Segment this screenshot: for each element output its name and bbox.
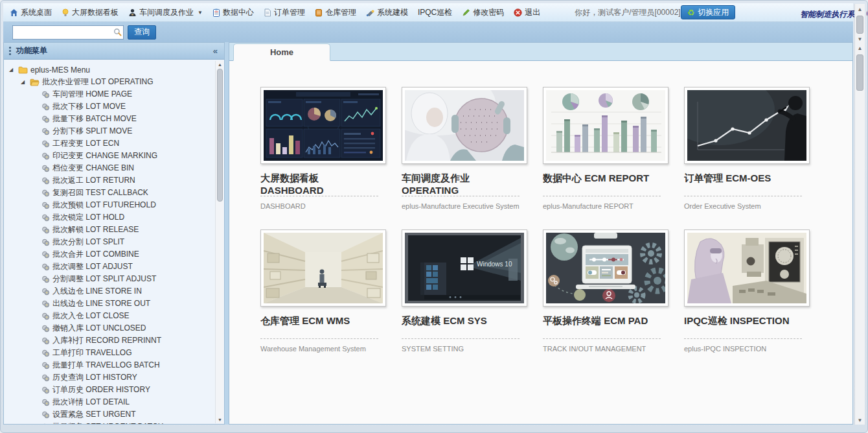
menu-logout[interactable]: 退出 bbox=[514, 7, 540, 18]
home-icon bbox=[10, 8, 18, 17]
scroll-down-icon[interactable]: ▼ bbox=[855, 36, 865, 42]
menu-change-password[interactable]: 修改密码 bbox=[462, 7, 504, 18]
tree-root-label: eplus-MES Menu bbox=[30, 65, 90, 75]
scroll-thumb[interactable] bbox=[856, 54, 863, 91]
tree-item-label: 入库补打 RECORD REPRINNT bbox=[52, 335, 161, 346]
card-dashboard[interactable]: 大屏数据看板 DASHBOARD DASHBOARD bbox=[260, 87, 386, 210]
menu-shop-operating[interactable]: 车间调度及作业 ▼ bbox=[128, 7, 203, 18]
tree-item[interactable]: 车间管理 HOME PAGE bbox=[4, 88, 215, 100]
menu-system-desktop[interactable]: 系统桌面 bbox=[10, 7, 52, 18]
tree-item[interactable]: 分割调整 LOT SPLIT ADJUST bbox=[4, 273, 215, 285]
tree-item-label: 批次分割 LOT SPLIT bbox=[52, 237, 124, 248]
scroll-down-icon[interactable]: ▼ bbox=[216, 417, 224, 422]
card-subtitle: TRACK IN/OUT MANAGEMENT bbox=[543, 339, 661, 353]
tree-item-label: 订单历史 ORDER HISTORY bbox=[52, 384, 150, 395]
tree-item[interactable]: 批次分割 LOT SPLIT bbox=[4, 236, 215, 248]
program-item-icon bbox=[41, 325, 50, 333]
card-order-mgmt[interactable]: 订单管理 ECM-OES Order Executive System bbox=[684, 87, 810, 210]
card-warehouse[interactable]: 仓库管理 ECM WMS Warehouse Management System bbox=[260, 229, 386, 353]
open-folder-icon bbox=[30, 78, 40, 86]
menu-ipqc[interactable]: IPQC巡检 bbox=[418, 7, 452, 18]
program-item-icon bbox=[41, 362, 50, 369]
menu-data-center[interactable]: 数据中心 bbox=[212, 7, 254, 18]
tree-root-node[interactable]: ◢ eplus-MES Menu bbox=[4, 64, 215, 76]
bulb-icon bbox=[62, 8, 69, 17]
tree-group-node[interactable]: ◢ 批次作业管理 LOT OPERATING bbox=[4, 76, 215, 88]
brand-prefix: 智能制造执行系统 bbox=[800, 9, 862, 20]
tree-item[interactable]: 撤销入库 LOT UNCLOSED bbox=[4, 322, 215, 334]
tree-item[interactable]: 批次合并 LOT COMBINE bbox=[4, 248, 215, 261]
tree-item[interactable]: 批次锁定 LOT HOLD bbox=[4, 211, 215, 224]
tree-item-label: 批次下移 LOT MOVE bbox=[52, 101, 126, 112]
tree-item[interactable]: 批次预锁 LOT FUTUREHOLD bbox=[4, 199, 215, 211]
pencil-icon bbox=[462, 8, 470, 17]
search-icon bbox=[113, 28, 122, 36]
tree-expand-icon[interactable]: ◢ bbox=[21, 79, 27, 85]
menu-warehouse-mgmt[interactable]: 仓库管理 bbox=[315, 7, 356, 18]
tree-item[interactable]: 订单历史 ORDER HISTORY bbox=[4, 384, 215, 396]
tree-item[interactable]: 工单打印 TRAVELLOG bbox=[4, 347, 215, 359]
switch-app-button[interactable]: ♻ 切换应用 bbox=[681, 5, 736, 19]
card-data-center[interactable]: 数据中心 ECM REPORT eplus-Manufacture REPORT bbox=[543, 87, 668, 210]
tree-item[interactable]: 工程变更 LOT ECN bbox=[4, 137, 215, 150]
app-cards-grid: 大屏数据看板 DASHBOARD DASHBOARD bbox=[229, 61, 852, 353]
tree-item[interactable]: 档位变更 CHANGE BIN bbox=[4, 162, 215, 174]
card-image-dashboard-screens bbox=[260, 87, 386, 164]
card-image-tablet-gears-illustration bbox=[543, 229, 668, 307]
search-input[interactable] bbox=[12, 25, 124, 40]
tree-item[interactable]: 批量下移 BATCH MOVE bbox=[4, 113, 215, 125]
sidebar-scroll-thumb[interactable] bbox=[217, 69, 223, 202]
query-button[interactable]: 查询 bbox=[128, 25, 156, 40]
tree-item[interactable]: 历史查询 LOT HISTORY bbox=[4, 371, 215, 384]
card-system-modeling[interactable]: Windows 10 系统建模 ECM SYS SYSTEM SETTING bbox=[402, 229, 527, 353]
tab-home[interactable]: Home bbox=[233, 43, 330, 61]
program-item-icon bbox=[41, 374, 50, 382]
tree-item-label: 批次返工 LOT RETURN bbox=[52, 175, 135, 186]
card-ipqc-inspection[interactable]: IPQC巡检 INSPECTION eplus-IPQC INSPECTION bbox=[684, 229, 810, 353]
collapse-panel-icon[interactable]: « bbox=[213, 46, 219, 56]
program-item-icon bbox=[41, 411, 50, 419]
tree-item[interactable]: 设置紧急 SET URGENT bbox=[4, 408, 215, 421]
tree-item[interactable]: 批次返工 LOT RETURN bbox=[4, 174, 215, 187]
tree-item[interactable]: 分割下移 SPLIT MOVE bbox=[4, 125, 215, 137]
scroll-up-icon[interactable]: ▲ bbox=[216, 62, 224, 67]
menu-order-mgmt[interactable]: 订单管理 bbox=[264, 7, 305, 18]
menu-label: 大屏数据看板 bbox=[72, 7, 119, 18]
tree-item[interactable]: 批量紧急 SET URGENT BATCH bbox=[4, 421, 215, 424]
program-item-icon bbox=[41, 140, 50, 148]
program-item-icon bbox=[41, 275, 50, 283]
sidebar-scrollbar[interactable]: ▲ ▼ bbox=[215, 61, 223, 423]
tree-item[interactable]: 出线边仓 LINE STORE OUT bbox=[4, 298, 215, 310]
scroll-up-icon[interactable]: ▲ bbox=[855, 6, 865, 12]
tree-item[interactable]: 批量打单 TRAVELLOG BATCH bbox=[4, 359, 215, 371]
tree-item-label: 设置紧急 SET URGENT bbox=[52, 409, 135, 420]
ledger-icon bbox=[315, 8, 323, 17]
scroll-up-icon[interactable]: ▲ bbox=[855, 45, 865, 51]
card-title: 平板操作终端 ECM PAD bbox=[543, 307, 661, 338]
card-image-windows10-screen: Windows 10 bbox=[402, 229, 527, 307]
card-operating[interactable]: 车间调度及作业 OPERATING eplus-Manufacture Exec… bbox=[402, 87, 527, 210]
tree-expand-icon[interactable]: ◢ bbox=[9, 67, 16, 73]
menu-label: 退出 bbox=[525, 7, 540, 18]
scroll-thumb[interactable] bbox=[856, 16, 863, 34]
tree-item[interactable]: 批次解锁 LOT RELEASE bbox=[4, 224, 215, 236]
tree-item[interactable]: 批次入仓 LOT CLOSE bbox=[4, 310, 215, 322]
svg-text:Windows 10: Windows 10 bbox=[477, 261, 512, 268]
tree-item[interactable]: 批次详情 LOT DETAIL bbox=[4, 396, 215, 408]
program-item-icon bbox=[41, 251, 50, 259]
window-scrollbar[interactable]: ▲ ▼ ▲ ▼ bbox=[854, 4, 865, 425]
tree-item[interactable]: 批次调整 LOT ADJUST bbox=[4, 261, 215, 273]
tree-item[interactable]: 批次下移 LOT MOVE bbox=[4, 100, 215, 113]
tree-item[interactable]: 入库补打 RECORD REPRINNT bbox=[4, 334, 215, 347]
menu-dashboard[interactable]: 大屏数据看板 bbox=[62, 7, 119, 18]
card-title: 数据中心 ECM REPORT bbox=[543, 164, 661, 195]
tree-item[interactable]: 印记变更 CHANGE MARKING bbox=[4, 150, 215, 162]
function-menu-panel: 功能菜单 « ◢ eplus-MES Menu ◢ 批次作业管理 LOT OPE… bbox=[3, 42, 225, 425]
program-item-icon bbox=[41, 263, 50, 271]
menu-system-modeling[interactable]: 系统建模 bbox=[366, 7, 408, 18]
program-item-icon bbox=[41, 226, 50, 234]
tree-item[interactable]: 入线边仓 LINE STORE IN bbox=[4, 285, 215, 298]
scroll-down-icon[interactable]: ▼ bbox=[855, 417, 865, 423]
tree-item[interactable]: 复测召回 TEST CALLBACK bbox=[4, 187, 215, 199]
card-pad-terminal[interactable]: 平板操作终端 ECM PAD TRACK IN/OUT MANAGEMENT bbox=[543, 229, 668, 353]
